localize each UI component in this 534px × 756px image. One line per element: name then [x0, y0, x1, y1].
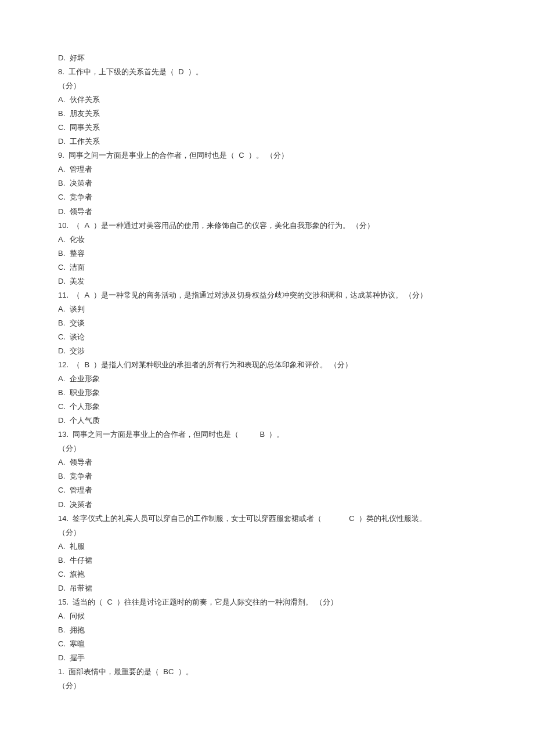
- text-line: D. 好坏: [58, 51, 476, 65]
- text-line: A. 礼服: [58, 540, 476, 554]
- text-line: A. 管理者: [58, 162, 476, 176]
- text-line: B. 牛仔裙: [58, 554, 476, 567]
- text-line: B. 交谈: [58, 316, 476, 330]
- text-line: B. 竞争者: [58, 469, 476, 483]
- text-line: A. 企业形象: [58, 372, 476, 386]
- text-line: C. 谈论: [58, 330, 476, 344]
- document-page: D. 好坏 8. 工作中，上下级的关系首先是（ D ）。 （分） A. 伙伴关系…: [0, 0, 534, 716]
- text-line: （分）: [58, 526, 476, 540]
- text-line: 1. 面部表情中，最重要的是（ BC ）。: [58, 665, 476, 679]
- text-line: B. 整容: [58, 247, 476, 261]
- text-line: C. 洁面: [58, 261, 476, 274]
- text-line: C. 旗袍: [58, 567, 476, 581]
- text-line: 11. （ A ）是一种常见的商务活动，是指通过对涉及切身权益分歧冲突的交涉和调…: [58, 288, 476, 302]
- text-line: B. 决策者: [58, 176, 476, 190]
- text-line: D. 决策者: [58, 498, 476, 512]
- text-line: 14. 签字仪式上的礼宾人员可以穿自己的工作制服，女士可以穿西服套裙或者（ C …: [58, 512, 476, 526]
- text-line: 8. 工作中，上下级的关系首先是（ D ）。: [58, 65, 476, 79]
- text-line: D. 美发: [58, 274, 476, 288]
- text-line: B. 朋友关系: [58, 107, 476, 121]
- text-line: D. 工作关系: [58, 135, 476, 149]
- text-line: 15. 适当的（ C ）往往是讨论正题时的前奏，它是人际交往的一种润滑剂。 （分…: [58, 595, 476, 609]
- text-line: D. 吊带裙: [58, 581, 476, 595]
- text-line: A. 谈判: [58, 302, 476, 316]
- text-line: D. 个人气质: [58, 414, 476, 428]
- text-line: D. 领导者: [58, 205, 476, 219]
- text-line: C. 寒暄: [58, 637, 476, 651]
- text-line: A. 化妆: [58, 233, 476, 247]
- text-line: D. 握手: [58, 651, 476, 665]
- text-line: C. 同事关系: [58, 121, 476, 135]
- text-line: A. 领导者: [58, 455, 476, 469]
- text-line: D. 交涉: [58, 344, 476, 358]
- text-line: B. 职业形象: [58, 386, 476, 400]
- text-line: A. 问候: [58, 609, 476, 623]
- text-line: C. 管理者: [58, 483, 476, 497]
- text-line: 12. （ B ）是指人们对某种职业的承担者的所有行为和表现的总体印象和评价。 …: [58, 358, 476, 372]
- text-line: 10. （ A ）是一种通过对美容用品的使用，来修饰自己的仪容，美化自我形象的行…: [58, 219, 476, 233]
- text-line: 13. 同事之间一方面是事业上的合作者，但同时也是（ B ）。: [58, 428, 476, 442]
- text-line: （分）: [58, 442, 476, 455]
- text-line: 9. 同事之间一方面是事业上的合作者，但同时也是（ C ）。 （分）: [58, 149, 476, 162]
- text-line: C. 个人形象: [58, 400, 476, 414]
- text-line: C. 竞争者: [58, 190, 476, 204]
- text-line: （分）: [58, 679, 476, 693]
- text-line: B. 拥抱: [58, 623, 476, 637]
- text-line: （分）: [58, 79, 476, 93]
- text-line: A. 伙伴关系: [58, 93, 476, 107]
